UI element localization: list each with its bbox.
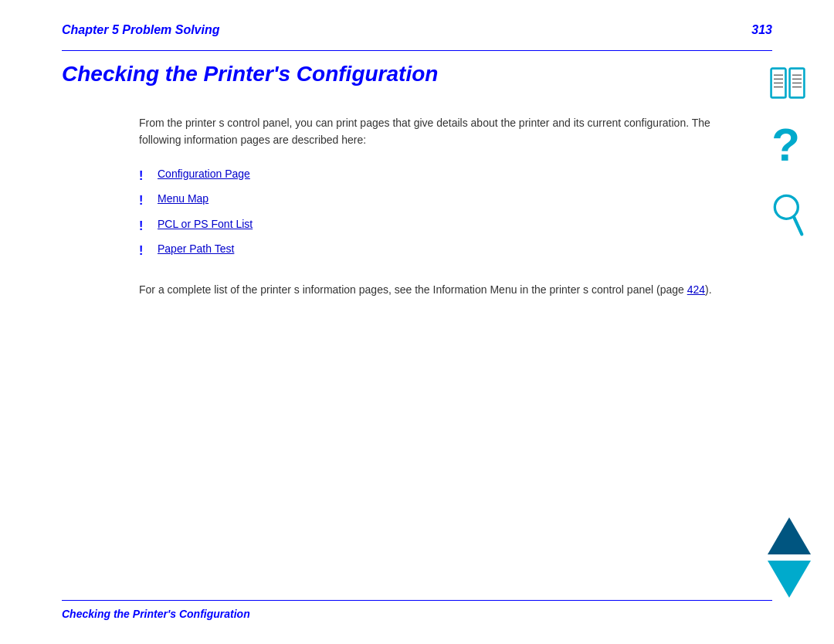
footer-divider [62,600,772,601]
bullet-list: ! Configuration Page ! Menu Map ! PCL or… [139,168,734,260]
svg-point-12 [775,195,798,219]
bullet-marker: ! [139,242,148,259]
chapter-label: Chapter 5 Problem Solving [62,23,219,37]
header-divider [62,50,772,51]
page-title: Checking the Printer's Configuration [62,62,734,86]
svg-line-13 [794,218,802,235]
bullet-marker: ! [139,218,148,235]
configuration-page-link[interactable]: Configuration Page [158,168,250,180]
nav-arrows [768,517,811,598]
book-icon[interactable] [764,62,811,104]
bullet-marker: ! [139,168,148,185]
sidebar-icons: ? [764,62,811,243]
footer-text-before: For a complete list of the printer s inf… [139,283,687,296]
content-area: From the printer s control panel, you ca… [139,114,734,299]
pcl-font-list-link[interactable]: PCL or PS Font List [158,218,253,230]
page-container: Chapter 5 Problem Solving 313 Checking t… [0,0,834,644]
footer-bar: Checking the Printer's Configuration [62,600,772,621]
list-item: ! Paper Path Test [139,242,734,259]
header-bar: Chapter 5 Problem Solving 313 [62,23,772,37]
intro-paragraph: From the printer s control panel, you ca… [139,114,734,149]
list-item: ! PCL or PS Font List [139,218,734,235]
page-number: 313 [751,23,772,37]
list-item: ! Configuration Page [139,168,734,185]
question-mark-icon[interactable]: ? [768,120,807,174]
footer-paragraph: For a complete list of the printer s inf… [139,281,734,298]
footer-text-after: ). [705,283,712,296]
up-arrow-icon[interactable] [768,517,811,554]
page-424-link[interactable]: 424 [687,283,705,296]
list-item: ! Menu Map [139,192,734,209]
down-arrow-icon[interactable] [768,561,811,598]
bullet-marker: ! [139,192,148,209]
svg-text:?: ? [771,120,800,171]
paper-path-test-link[interactable]: Paper Path Test [158,242,234,255]
magnifier-icon[interactable] [768,189,807,243]
footer-chapter-label: Checking the Printer's Configuration [62,608,250,620]
menu-map-link[interactable]: Menu Map [158,192,208,205]
